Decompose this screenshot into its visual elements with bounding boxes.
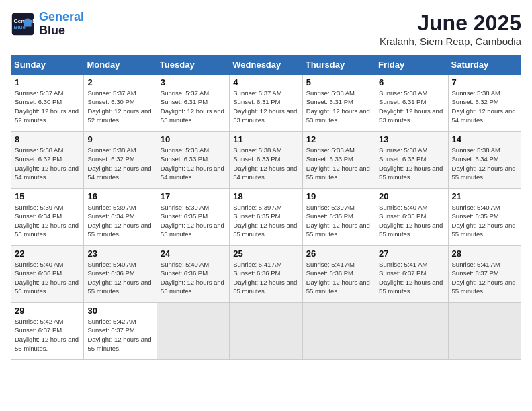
- day-info: Sunrise: 5:40 AM Sunset: 6:36 PM Dayligh…: [87, 260, 152, 295]
- table-row: 14 Sunrise: 5:38 AM Sunset: 6:34 PM Dayl…: [448, 132, 521, 189]
- day-number: 26: [306, 248, 371, 259]
- day-number: 23: [87, 248, 152, 259]
- table-row: 8 Sunrise: 5:38 AM Sunset: 6:32 PM Dayli…: [11, 132, 84, 189]
- calendar-week-4: 22 Sunrise: 5:40 AM Sunset: 6:36 PM Dayl…: [11, 246, 521, 303]
- day-number: 21: [452, 191, 517, 201]
- day-info: Sunrise: 5:38 AM Sunset: 6:31 PM Dayligh…: [306, 89, 371, 124]
- table-row: 13 Sunrise: 5:38 AM Sunset: 6:33 PM Dayl…: [375, 132, 448, 189]
- table-row: [302, 303, 375, 360]
- day-info: Sunrise: 5:41 AM Sunset: 6:37 PM Dayligh…: [452, 260, 517, 295]
- day-number: 5: [306, 77, 371, 87]
- day-info: Sunrise: 5:38 AM Sunset: 6:33 PM Dayligh…: [161, 146, 226, 181]
- day-info: Sunrise: 5:37 AM Sunset: 6:30 PM Dayligh…: [87, 89, 152, 124]
- day-info: Sunrise: 5:39 AM Sunset: 6:35 PM Dayligh…: [161, 203, 226, 238]
- calendar-title: June 2025: [380, 11, 521, 36]
- day-number: 18: [233, 191, 298, 201]
- calendar-subtitle: Kralanh, Siem Reap, Cambodia: [380, 36, 521, 47]
- table-row: 19 Sunrise: 5:39 AM Sunset: 6:35 PM Dayl…: [302, 189, 375, 246]
- table-row: 24 Sunrise: 5:40 AM Sunset: 6:36 PM Dayl…: [157, 246, 229, 303]
- table-row: 7 Sunrise: 5:38 AM Sunset: 6:32 PM Dayli…: [448, 75, 521, 132]
- day-info: Sunrise: 5:37 AM Sunset: 6:31 PM Dayligh…: [233, 89, 298, 124]
- day-info: Sunrise: 5:39 AM Sunset: 6:35 PM Dayligh…: [306, 203, 371, 238]
- day-number: 15: [15, 191, 80, 201]
- table-row: 27 Sunrise: 5:41 AM Sunset: 6:37 PM Dayl…: [375, 246, 448, 303]
- day-info: Sunrise: 5:38 AM Sunset: 6:33 PM Dayligh…: [306, 146, 371, 181]
- table-row: [157, 303, 229, 360]
- day-info: Sunrise: 5:42 AM Sunset: 6:37 PM Dayligh…: [15, 317, 80, 353]
- calendar-week-1: 1 Sunrise: 5:37 AM Sunset: 6:30 PM Dayli…: [11, 75, 521, 132]
- table-row: [375, 303, 448, 360]
- day-info: Sunrise: 5:38 AM Sunset: 6:32 PM Dayligh…: [452, 89, 517, 124]
- table-row: 11 Sunrise: 5:38 AM Sunset: 6:33 PM Dayl…: [230, 132, 302, 189]
- day-number: 4: [233, 77, 298, 87]
- day-info: Sunrise: 5:37 AM Sunset: 6:31 PM Dayligh…: [161, 89, 226, 124]
- day-info: Sunrise: 5:41 AM Sunset: 6:36 PM Dayligh…: [306, 260, 371, 295]
- header-tuesday: Tuesday: [157, 56, 229, 75]
- table-row: [230, 303, 302, 360]
- weekday-header-row: Sunday Monday Tuesday Wednesday Thursday…: [11, 56, 521, 75]
- header-monday: Monday: [84, 56, 157, 75]
- logo: General Blue GeneralBlue: [11, 11, 84, 38]
- day-number: 29: [15, 306, 80, 316]
- calendar-week-2: 8 Sunrise: 5:38 AM Sunset: 6:32 PM Dayli…: [11, 132, 521, 189]
- day-number: 7: [452, 77, 517, 87]
- day-number: 20: [379, 191, 444, 201]
- day-info: Sunrise: 5:40 AM Sunset: 6:35 PM Dayligh…: [452, 203, 517, 238]
- day-number: 2: [87, 77, 152, 87]
- day-info: Sunrise: 5:38 AM Sunset: 6:33 PM Dayligh…: [379, 146, 444, 181]
- day-number: 19: [306, 191, 371, 201]
- day-number: 3: [161, 77, 226, 87]
- logo-text: GeneralBlue: [39, 11, 84, 38]
- day-info: Sunrise: 5:42 AM Sunset: 6:37 PM Dayligh…: [87, 317, 152, 353]
- table-row: 17 Sunrise: 5:39 AM Sunset: 6:35 PM Dayl…: [157, 189, 229, 246]
- day-number: 14: [452, 134, 517, 144]
- day-info: Sunrise: 5:38 AM Sunset: 6:32 PM Dayligh…: [15, 146, 80, 181]
- header-wednesday: Wednesday: [230, 56, 302, 75]
- table-row: 5 Sunrise: 5:38 AM Sunset: 6:31 PM Dayli…: [302, 75, 375, 132]
- day-number: 1: [15, 77, 80, 87]
- day-number: 8: [15, 134, 80, 144]
- day-info: Sunrise: 5:38 AM Sunset: 6:34 PM Dayligh…: [452, 146, 517, 181]
- calendar-week-3: 15 Sunrise: 5:39 AM Sunset: 6:34 PM Dayl…: [11, 189, 521, 246]
- day-info: Sunrise: 5:38 AM Sunset: 6:32 PM Dayligh…: [87, 146, 152, 181]
- header-thursday: Thursday: [302, 56, 375, 75]
- day-info: Sunrise: 5:41 AM Sunset: 6:36 PM Dayligh…: [233, 260, 298, 295]
- table-row: 28 Sunrise: 5:41 AM Sunset: 6:37 PM Dayl…: [448, 246, 521, 303]
- table-row: 18 Sunrise: 5:39 AM Sunset: 6:35 PM Dayl…: [230, 189, 302, 246]
- day-info: Sunrise: 5:38 AM Sunset: 6:31 PM Dayligh…: [379, 89, 444, 124]
- day-info: Sunrise: 5:40 AM Sunset: 6:36 PM Dayligh…: [15, 260, 80, 295]
- table-row: 21 Sunrise: 5:40 AM Sunset: 6:35 PM Dayl…: [448, 189, 521, 246]
- day-number: 25: [233, 248, 298, 259]
- header-sunday: Sunday: [11, 56, 84, 75]
- header-friday: Friday: [375, 56, 448, 75]
- table-row: 1 Sunrise: 5:37 AM Sunset: 6:30 PM Dayli…: [11, 75, 84, 132]
- table-row: 2 Sunrise: 5:37 AM Sunset: 6:30 PM Dayli…: [84, 75, 157, 132]
- day-number: 30: [87, 306, 152, 316]
- day-info: Sunrise: 5:39 AM Sunset: 6:34 PM Dayligh…: [87, 203, 152, 238]
- table-row: 30 Sunrise: 5:42 AM Sunset: 6:37 PM Dayl…: [84, 303, 157, 360]
- header-saturday: Saturday: [448, 56, 521, 75]
- table-row: 3 Sunrise: 5:37 AM Sunset: 6:31 PM Dayli…: [157, 75, 229, 132]
- table-row: 20 Sunrise: 5:40 AM Sunset: 6:35 PM Dayl…: [375, 189, 448, 246]
- table-row: 6 Sunrise: 5:38 AM Sunset: 6:31 PM Dayli…: [375, 75, 448, 132]
- table-row: 16 Sunrise: 5:39 AM Sunset: 6:34 PM Dayl…: [84, 189, 157, 246]
- page-header: General Blue GeneralBlue June 2025 Krala…: [11, 11, 521, 47]
- table-row: 23 Sunrise: 5:40 AM Sunset: 6:36 PM Dayl…: [84, 246, 157, 303]
- table-row: 4 Sunrise: 5:37 AM Sunset: 6:31 PM Dayli…: [230, 75, 302, 132]
- table-row: 26 Sunrise: 5:41 AM Sunset: 6:36 PM Dayl…: [302, 246, 375, 303]
- table-row: 29 Sunrise: 5:42 AM Sunset: 6:37 PM Dayl…: [11, 303, 84, 360]
- day-number: 28: [452, 248, 517, 259]
- table-row: 25 Sunrise: 5:41 AM Sunset: 6:36 PM Dayl…: [230, 246, 302, 303]
- logo-icon: General Blue: [11, 12, 35, 36]
- day-info: Sunrise: 5:39 AM Sunset: 6:34 PM Dayligh…: [15, 203, 80, 238]
- day-info: Sunrise: 5:41 AM Sunset: 6:37 PM Dayligh…: [379, 260, 444, 295]
- day-number: 9: [87, 134, 152, 144]
- calendar-table: Sunday Monday Tuesday Wednesday Thursday…: [11, 55, 521, 360]
- day-info: Sunrise: 5:40 AM Sunset: 6:36 PM Dayligh…: [161, 260, 226, 295]
- day-number: 13: [379, 134, 444, 144]
- table-row: 15 Sunrise: 5:39 AM Sunset: 6:34 PM Dayl…: [11, 189, 84, 246]
- table-row: [448, 303, 521, 360]
- day-number: 11: [233, 134, 298, 144]
- day-number: 12: [306, 134, 371, 144]
- table-row: 9 Sunrise: 5:38 AM Sunset: 6:32 PM Dayli…: [84, 132, 157, 189]
